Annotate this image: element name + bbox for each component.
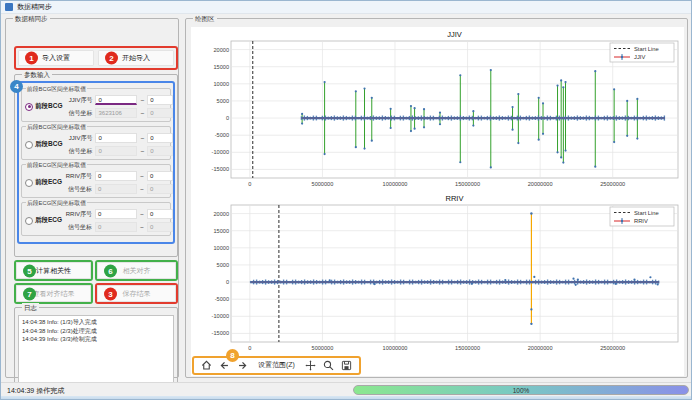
svg-text:10000000: 10000000 xyxy=(383,345,408,351)
calc-correlation-button[interactable]: 5 计算相关性 xyxy=(16,262,91,279)
range-start-input[interactable]: 0 xyxy=(95,171,137,181)
params-group: 参数输入 4 前段BCG区间坐标取值前段BCGJJIV序号0~0信号坐标3623… xyxy=(14,74,178,257)
log-line: 14:04:38 Info: (1/3)导入完成 xyxy=(22,318,170,327)
range-start-input[interactable]: 0 xyxy=(95,95,137,105)
set-range-button[interactable]: 设置范围(Z) xyxy=(254,360,299,370)
log-textbox[interactable]: 14:04:38 Info: (1/3)导入完成14:04:38 Info: (… xyxy=(18,315,174,391)
correlation-align-button: 6 相关对齐 xyxy=(97,262,176,279)
tilde-separator: ~ xyxy=(140,110,144,117)
action-buttons-grid: 5 计算相关性 6 相关对齐 7 查看对齐结果 3 保存结果 xyxy=(14,260,180,304)
radio-icon xyxy=(25,103,33,111)
range-end-input[interactable]: 0 xyxy=(147,95,173,105)
radio-label: 前段BCG xyxy=(35,102,62,111)
tilde-separator: ~ xyxy=(140,97,144,104)
rriv-chart[interactable]: 0500000010000000150000002000000025000000… xyxy=(191,191,684,355)
chart-toolbar: 8 xyxy=(192,356,361,375)
range-end-input: 0 xyxy=(147,184,173,194)
import-annotation-box: 1 导入设置 2 开始导入 xyxy=(14,46,178,70)
step-badge-7: 7 xyxy=(23,287,36,300)
range-start-input: 0 xyxy=(95,184,137,194)
svg-text:-10000: -10000 xyxy=(212,313,229,319)
field-label: 信号坐标 xyxy=(62,185,92,194)
svg-text:20000000: 20000000 xyxy=(528,345,553,351)
field-label: JJIV序号 xyxy=(62,134,92,143)
set-range-label: 设置范围(Z) xyxy=(258,360,295,370)
svg-text:-5000: -5000 xyxy=(215,132,229,138)
zoom-icon[interactable] xyxy=(322,360,335,371)
radio-icon xyxy=(25,179,33,187)
progress-text: 100% xyxy=(513,387,530,394)
param-section-title: 前段ECG区间坐标取值 xyxy=(26,161,87,169)
svg-text:RRIV: RRIV xyxy=(634,218,648,224)
svg-text:20000000: 20000000 xyxy=(528,181,553,187)
range-end-input: 0 xyxy=(147,222,173,232)
range-start-input[interactable]: 0 xyxy=(95,133,137,143)
radio-front-bcg[interactable]: 前段BCG xyxy=(24,102,62,111)
range-end-input[interactable]: 0 xyxy=(147,209,173,219)
statusbar: 14:04:39 操作完成 100% xyxy=(1,382,691,396)
radio-rear-bcg[interactable]: 后段BCG xyxy=(24,140,62,149)
svg-text:10000000: 10000000 xyxy=(383,181,408,187)
correlation-align-box: 6 相关对齐 xyxy=(95,260,178,281)
param-section-rear-bcg: 后段BCG区间坐标取值后段BCGJJIV序号0~0信号坐标0~0 xyxy=(21,126,171,160)
toolbar-row: 8 xyxy=(191,355,684,375)
svg-text:0: 0 xyxy=(226,115,229,121)
step-badge-8: 8 xyxy=(226,349,239,362)
step-badge-5: 5 xyxy=(23,264,36,277)
range-end-input: 0 xyxy=(147,108,173,118)
calc-correlation-box: 5 计算相关性 xyxy=(14,260,93,281)
radio-rear-ecg[interactable]: 后段ECG xyxy=(24,216,62,225)
save-icon[interactable] xyxy=(340,360,353,371)
log-line: 14:04:38 Info: (2/3)处理完成 xyxy=(22,327,170,336)
step-badge-1: 1 xyxy=(25,52,38,65)
left-panel-group: 数据精同步 1 导入设置 2 开始导入 参数输入 4 前段BCG区间坐标取值前段… xyxy=(5,18,179,378)
svg-text:0: 0 xyxy=(248,345,251,351)
home-icon[interactable] xyxy=(200,360,213,371)
bottom-strip xyxy=(1,396,691,400)
matplotlib-figure: 0500000010000000150000002000000025000000… xyxy=(191,27,684,376)
plot-area-title: 绘图区 xyxy=(193,14,217,23)
param-section-front-bcg: 前段BCG区间坐标取值前段BCGJJIV序号0~0信号坐标3623106~0 xyxy=(21,88,171,122)
radio-label: 前段ECG xyxy=(35,178,62,187)
app-icon xyxy=(5,3,13,11)
radio-label: 后段ECG xyxy=(35,216,62,225)
pan-icon[interactable] xyxy=(304,360,317,371)
view-align-result-button: 7 查看对齐结果 xyxy=(16,285,91,302)
step-badge-3: 3 xyxy=(104,287,117,300)
field-label: 信号坐标 xyxy=(62,147,92,156)
forward-arrow-icon[interactable] xyxy=(236,360,249,371)
step-badge-2: 2 xyxy=(105,52,118,65)
svg-text:25000000: 25000000 xyxy=(600,345,625,351)
svg-text:-10000: -10000 xyxy=(212,149,229,155)
import-settings-button[interactable]: 1 导入设置 xyxy=(18,50,94,66)
svg-text:0: 0 xyxy=(248,181,251,187)
range-start-input[interactable]: 0 xyxy=(95,209,137,219)
range-start-input: 3623106 xyxy=(95,108,137,118)
save-result-box: 3 保存结果 xyxy=(95,283,178,304)
start-import-button[interactable]: 2 开始导入 xyxy=(98,50,174,66)
radio-front-ecg[interactable]: 前段ECG xyxy=(24,178,62,187)
svg-text:0: 0 xyxy=(226,279,229,285)
tilde-separator: ~ xyxy=(140,224,144,231)
svg-text:15000000: 15000000 xyxy=(455,181,480,187)
svg-text:10000: 10000 xyxy=(213,245,229,251)
step-badge-4: 4 xyxy=(10,80,23,93)
range-end-input[interactable]: 0 xyxy=(147,133,173,143)
radio-label: 后段BCG xyxy=(35,140,62,149)
progress-bar: 100% xyxy=(353,385,689,395)
range-start-input: 0 xyxy=(95,146,137,156)
svg-text:-15000: -15000 xyxy=(212,166,229,172)
jjiv-chart[interactable]: 0500000010000000150000002000000025000000… xyxy=(191,27,684,191)
tilde-separator: ~ xyxy=(140,173,144,180)
param-section-title: 后段ECG区间坐标取值 xyxy=(26,199,87,207)
correlation-align-label: 相关对齐 xyxy=(123,266,151,276)
tilde-separator: ~ xyxy=(140,148,144,155)
import-settings-label: 导入设置 xyxy=(42,53,70,63)
svg-text:5000: 5000 xyxy=(217,98,229,104)
field-label: 信号坐标 xyxy=(62,109,92,118)
field-label: RRIV序号 xyxy=(62,172,92,181)
app-window: 数据精同步 数据精同步 1 导入设置 2 开始导入 参数输入 4 前段BCG区间… xyxy=(0,0,692,400)
range-end-input[interactable]: 0 xyxy=(147,171,173,181)
svg-text:15000000: 15000000 xyxy=(455,345,480,351)
svg-text:Start Line: Start Line xyxy=(634,46,659,52)
